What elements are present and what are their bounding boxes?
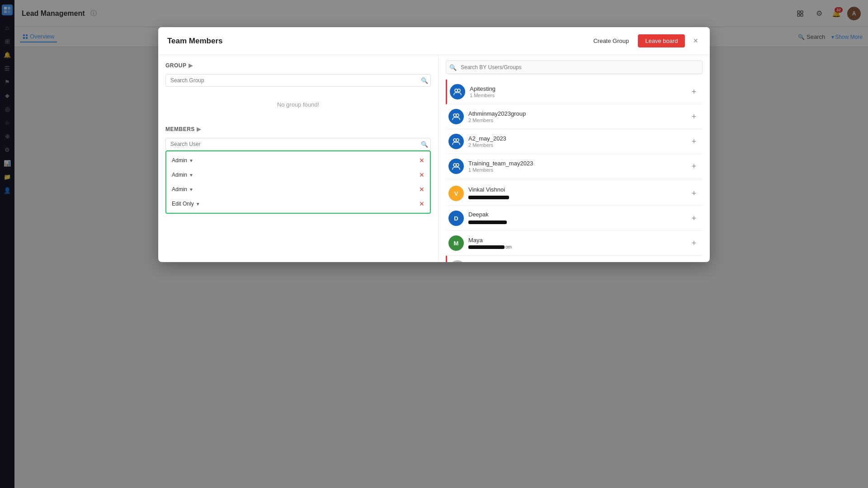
role-caret-2: ▼ (189, 173, 193, 178)
avatar-rahul: R (450, 260, 465, 262)
search-user-section: 🔍 Admin ▼ ✕ (165, 138, 431, 150)
remove-btn-4[interactable]: ✕ (419, 200, 425, 207)
list-item-apitesting: Apitesting 1 Members + (446, 80, 703, 104)
avatar-vinkal: V (448, 186, 464, 201)
deepak-email-bar (468, 221, 507, 224)
dropdown-item-admin-1[interactable]: Admin ▼ ✕ (166, 153, 430, 168)
list-item-athminmay: Athminmay2023group 2 Members + (446, 104, 703, 129)
role-caret-4: ▼ (196, 202, 200, 206)
list-item-deepak: D Deepak + (446, 206, 703, 231)
modal-header: Team Members Create Group Leave board × (158, 27, 710, 55)
team-members-modal: Team Members Create Group Leave board × … (158, 27, 710, 262)
group-search-input[interactable] (165, 74, 431, 87)
modal-title: Team Members (167, 37, 590, 46)
role-select-admin-3: Admin ▼ (172, 186, 193, 192)
info-deepak: Deepak (468, 211, 684, 226)
members-section: MEMBERS ▶ 🔍 Admin (165, 126, 431, 262)
group-search-wrap: 🔍 (165, 74, 431, 87)
create-group-button[interactable]: Create Group (590, 36, 632, 46)
svg-point-17 (456, 139, 459, 141)
add-btn-a2may[interactable]: + (688, 136, 700, 147)
group-search-icon-button[interactable]: 🔍 (421, 77, 428, 84)
leave-board-button[interactable]: Leave board (638, 34, 685, 47)
svg-point-18 (453, 164, 456, 166)
svg-point-19 (456, 164, 459, 166)
dropdown-item-admin-2[interactable]: Admin ▼ ✕ (166, 168, 430, 182)
group-search-row: 🔍 (165, 74, 431, 87)
info-training: Training_team_may2023 1 Members (468, 160, 684, 173)
remove-btn-3[interactable]: ✕ (419, 186, 425, 193)
add-btn-vinkal[interactable]: + (688, 188, 700, 199)
modal-left-panel: GROUP ▶ 🔍 No group found! MEMBERS ▶ (158, 55, 439, 262)
role-caret-3: ▼ (189, 187, 193, 192)
info-apitesting: Apitesting 1 Members (470, 85, 684, 98)
svg-point-15 (456, 114, 459, 117)
add-btn-apitesting[interactable]: + (688, 86, 700, 98)
info-vinkal: Vinkal Vishnoi (468, 186, 684, 201)
user-search-section: 🔍 (446, 61, 703, 74)
maya-email: om (468, 244, 684, 249)
svg-point-14 (453, 114, 456, 117)
add-btn-maya[interactable]: + (688, 237, 700, 249)
avatar-maya: M (448, 235, 464, 251)
list-divider (446, 180, 703, 180)
modal-actions: Create Group Leave board × (590, 34, 701, 47)
search-user-input[interactable] (165, 138, 431, 150)
svg-point-12 (455, 89, 458, 92)
svg-point-16 (453, 139, 456, 141)
members-section-arrow: ▶ (197, 126, 201, 132)
role-select-admin-2: Admin ▼ (172, 172, 193, 178)
list-item-a2may: A2_may_2023 2 Members + (446, 129, 703, 154)
list-item-maya: M Maya om + (446, 231, 703, 256)
add-btn-training[interactable]: + (688, 160, 700, 172)
user-search-wrap: 🔍 (446, 61, 703, 74)
no-group-text: No group found! (165, 92, 431, 117)
list-item-training: Training_team_may2023 1 Members + (446, 154, 703, 179)
add-btn-deepak[interactable]: + (688, 212, 700, 224)
modal-body: GROUP ▶ 🔍 No group found! MEMBERS ▶ (158, 55, 710, 262)
group-section-arrow: ▶ (189, 62, 193, 69)
modal-backdrop: Team Members Create Group Leave board × … (0, 0, 868, 488)
user-search-icon: 🔍 (449, 64, 457, 71)
role-select-admin-1: Admin ▼ (172, 157, 193, 164)
members-section-label: MEMBERS ▶ (165, 126, 431, 132)
svg-point-13 (458, 89, 460, 92)
user-group-search-input[interactable] (446, 61, 703, 74)
modal-close-button[interactable]: × (690, 35, 701, 47)
avatar-apitesting (450, 84, 465, 99)
info-rahul: Rahul Pal (470, 261, 684, 263)
info-a2may: A2_may_2023 2 Members (468, 135, 684, 148)
modal-right-panel: 🔍 Apitesting 1 Members (439, 55, 710, 262)
remove-btn-2[interactable]: ✕ (419, 171, 425, 178)
role-caret-1: ▼ (189, 158, 193, 163)
remove-btn-1[interactable]: ✕ (419, 157, 425, 164)
avatar-a2may (448, 134, 464, 149)
list-item-rahul: R Rahul Pal − (446, 256, 703, 262)
dropdown-item-editonly[interactable]: Edit Only ▼ ✕ (166, 197, 430, 211)
user-group-list: Apitesting 1 Members + Athminmay2023grou… (446, 80, 703, 262)
role-select-editonly: Edit Only ▼ (172, 201, 200, 207)
avatar-deepak: D (448, 211, 464, 226)
add-btn-athminmay[interactable]: + (688, 111, 700, 122)
user-role-dropdown: Admin ▼ ✕ Admin ▼ ✕ (165, 150, 431, 214)
info-athminmay: Athminmay2023group 2 Members (468, 110, 684, 123)
search-user-icon-button[interactable]: 🔍 (421, 141, 428, 148)
avatar-athminmay (448, 109, 464, 124)
info-maya: Maya om (468, 237, 684, 249)
dropdown-item-admin-3[interactable]: Admin ▼ ✕ (166, 182, 430, 197)
maya-email-bar (468, 245, 505, 249)
vinkal-email-bar (468, 196, 509, 199)
list-item-vinkal: V Vinkal Vishnoi + (446, 181, 703, 206)
search-user-input-wrap: 🔍 (165, 138, 431, 150)
avatar-training (448, 159, 464, 174)
group-section-label: GROUP ▶ (165, 62, 431, 69)
